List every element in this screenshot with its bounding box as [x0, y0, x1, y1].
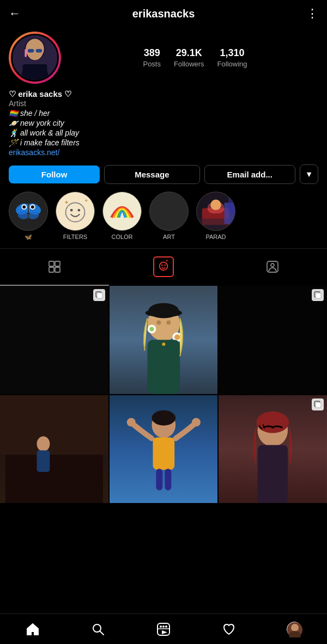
svg-point-40	[161, 265, 163, 266]
svg-rect-60	[219, 286, 327, 394]
grid-cell-5[interactable]	[110, 395, 218, 504]
svg-line-83	[100, 631, 104, 635]
email-button[interactable]: Email add...	[204, 165, 295, 184]
followers-stat[interactable]: 29.1K Followers	[174, 47, 204, 69]
svg-point-85	[160, 625, 162, 628]
back-icon[interactable]: ←	[9, 7, 21, 21]
highlight-item-art[interactable]: ART	[149, 192, 189, 241]
grid-cell-3[interactable]	[219, 286, 327, 394]
highlight-item-butterfly[interactable]: 🦋	[9, 192, 48, 241]
avatar[interactable]	[9, 32, 61, 84]
bio-line-1: 🏳️‍🌈 she / her	[9, 109, 318, 118]
svg-point-31	[210, 200, 221, 210]
svg-rect-36	[55, 261, 60, 266]
highlight-label-parade: PARAD	[205, 234, 226, 240]
message-button[interactable]: Message	[104, 165, 199, 184]
followers-count: 29.1K	[174, 47, 204, 59]
bottom-navigation	[0, 614, 327, 644]
profile-username: erikasnacks	[132, 8, 195, 20]
svg-rect-20	[56, 192, 94, 230]
grid-cell-4[interactable]	[0, 395, 108, 504]
svg-rect-45	[0, 286, 108, 394]
highlight-item-parade[interactable]: PARAD	[196, 192, 235, 241]
svg-rect-75	[165, 469, 171, 490]
nav-reels[interactable]	[148, 618, 179, 640]
bio-name: ♡ erika sacks ♡	[9, 89, 318, 99]
bio-category: Artist	[9, 99, 318, 108]
play-icon	[156, 622, 171, 636]
grid-cell-1-content	[0, 286, 108, 394]
posts-stat[interactable]: 389 Posts	[143, 47, 161, 69]
following-stat[interactable]: 1,310 Following	[217, 47, 247, 69]
nav-likes[interactable]	[214, 618, 244, 640]
grid-cell-2-content	[110, 286, 218, 394]
profile-section: 389 Posts 29.1K Followers 1,310 Followin…	[0, 27, 327, 184]
svg-point-59	[162, 342, 165, 346]
story-indicator-3	[312, 289, 324, 301]
grid-cell-5-content	[110, 395, 218, 504]
bio-line-2: 🪐 new york city	[9, 119, 318, 127]
bio-line-4: 🪄 i make face filters	[9, 138, 318, 147]
more-button[interactable]: ▾	[300, 164, 318, 184]
svg-point-87	[165, 625, 167, 628]
highlight-label-art: ART	[163, 234, 175, 240]
svg-point-44	[271, 263, 274, 267]
highlight-circle-butterfly	[9, 192, 48, 231]
svg-rect-79	[258, 445, 288, 503]
heart-icon	[222, 622, 236, 636]
follow-button[interactable]: Follow	[9, 165, 100, 183]
highlight-label-color: COLOR	[111, 234, 132, 240]
grid-cell-6-content	[219, 395, 327, 504]
svg-rect-34	[228, 198, 235, 213]
svg-rect-71	[153, 437, 174, 470]
tab-grid[interactable]	[0, 249, 109, 286]
svg-point-78	[257, 411, 289, 433]
grid-cell-6[interactable]	[219, 395, 327, 504]
action-buttons: Follow Message Email add... ▾	[9, 164, 318, 184]
svg-point-17	[22, 205, 26, 208]
tab-tagged[interactable]	[218, 249, 327, 286]
top-navigation: ← erikasnacks ⋮	[0, 0, 327, 27]
profile-top-row: 389 Posts 29.1K Followers 1,310 Followin…	[9, 32, 318, 84]
bio-link[interactable]: erikasacks.net/	[9, 148, 318, 157]
svg-point-19	[31, 205, 34, 208]
highlights-section: 🦋 ✦ ✦ FILTERS	[0, 184, 327, 246]
reels-tab-wrapper: +	[153, 256, 174, 277]
profile-avatar-nav	[287, 622, 302, 637]
svg-rect-81	[316, 402, 321, 408]
nav-profile[interactable]	[279, 618, 310, 640]
highlight-circle-filters: ✦ ✦	[56, 192, 95, 231]
posts-label: Posts	[143, 60, 161, 68]
svg-rect-64	[5, 449, 103, 503]
svg-text:✦: ✦	[84, 198, 88, 204]
story-indicator-6	[312, 398, 324, 410]
profile-stats: 389 Posts 29.1K Followers 1,310 Followin…	[72, 47, 318, 69]
svg-point-73	[192, 418, 201, 426]
grid-cell-3-content	[219, 286, 327, 394]
grid-cell-1[interactable]	[0, 286, 108, 394]
highlight-label-filters: FILTERS	[63, 234, 87, 240]
highlight-item-filters[interactable]: ✦ ✦ FILTERS	[56, 192, 95, 241]
svg-point-66	[37, 436, 50, 451]
grid-cell-2[interactable]	[110, 286, 218, 394]
svg-point-23	[77, 209, 80, 212]
following-label: Following	[217, 60, 247, 68]
svg-rect-62	[316, 293, 321, 298]
svg-text:✦: ✦	[64, 199, 69, 206]
svg-rect-3	[25, 49, 27, 57]
story-indicator-1	[93, 289, 105, 301]
svg-point-39	[160, 262, 168, 271]
search-icon	[91, 622, 105, 636]
tab-reels[interactable]: +	[109, 249, 218, 286]
nav-search[interactable]	[83, 618, 113, 640]
svg-point-91	[291, 624, 299, 631]
highlight-circle-art	[149, 192, 189, 231]
nav-home[interactable]	[17, 618, 48, 640]
followers-label: Followers	[174, 60, 204, 68]
svg-rect-37	[49, 267, 54, 272]
highlight-item-color[interactable]: COLOR	[102, 192, 142, 241]
svg-point-72	[126, 418, 135, 426]
more-options-icon[interactable]: ⋮	[306, 7, 318, 21]
svg-text:+: +	[166, 260, 168, 263]
svg-rect-65	[0, 395, 108, 455]
